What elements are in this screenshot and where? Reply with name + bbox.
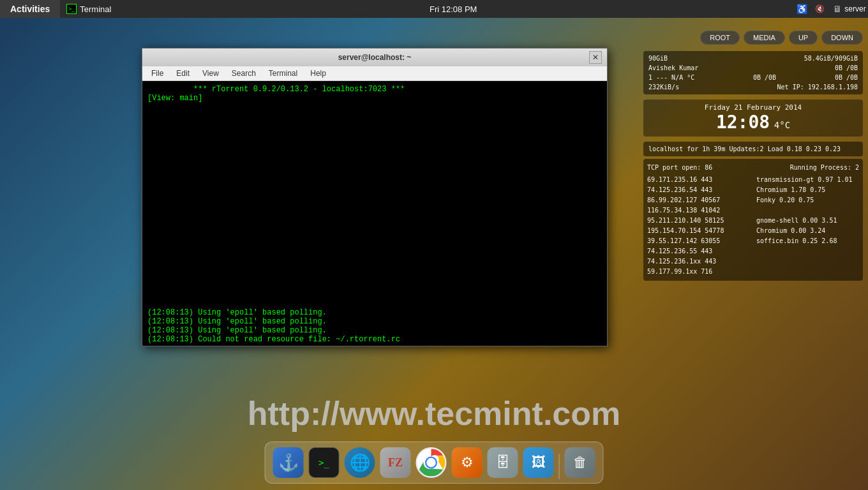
system-info-text: localhost for 1h 39m Updates:2 Load 0.18… bbox=[648, 144, 858, 154]
date-label: Friday 21 February 2014 bbox=[647, 103, 859, 112]
conn-5: 195.154.70.154 54778 bbox=[647, 226, 750, 236]
topbar: Activities >_ Terminal Fri 12:08 PM ♿ 🔇 … bbox=[0, 0, 868, 18]
globe-icon: 🌐 bbox=[345, 447, 375, 478]
terminal-titlebar: server@localhost: ~ ✕ bbox=[142, 48, 607, 66]
storage2b-label: 0B /0B bbox=[835, 63, 858, 73]
menu-help[interactable]: Help bbox=[304, 68, 333, 79]
log-line-2: (12:08:13) Using 'epoll' based polling. bbox=[147, 326, 327, 335]
dock-item-trash[interactable]: 🗑 bbox=[564, 446, 597, 479]
menu-search[interactable]: Search bbox=[225, 68, 262, 79]
menu-terminal[interactable]: Terminal bbox=[262, 68, 304, 79]
down-button[interactable]: DOWN bbox=[821, 31, 863, 45]
menu-edit[interactable]: Edit bbox=[170, 68, 196, 79]
right-panel: ROOT MEDIA UP DOWN 90GiB 58.4GiB/909GiB … bbox=[638, 26, 868, 283]
terminal-menubar: File Edit View Search Terminal Help bbox=[142, 66, 607, 81]
conn-3: 116.75.34.138 41042 bbox=[647, 205, 750, 216]
proc-4: gnome-shell 0.00 3.51 bbox=[756, 216, 859, 226]
log-line-1: (12:08:13) Using 'epoll' based polling. bbox=[147, 317, 327, 326]
storage2-label: 58.4GiB/909GiB bbox=[804, 54, 858, 63]
trash-icon: 🗑 bbox=[565, 447, 595, 478]
dock-item-anchor[interactable]: ⚓ bbox=[272, 446, 305, 479]
temp-label: 1 --- N/A °C bbox=[648, 73, 694, 82]
dock-item-globe[interactable]: 🌐 bbox=[343, 446, 377, 479]
topbar-datetime: Fri 12:08 PM bbox=[117, 4, 789, 14]
tecmint-url: http://www.tecmint.com bbox=[248, 394, 621, 433]
terminal-body[interactable]: *** rTorrent 0.9.2/0.13.2 - localhost:70… bbox=[142, 81, 607, 346]
storage-info: 90GiB 58.4GiB/909GiB Avishek Kumar 0B /0… bbox=[643, 51, 863, 94]
activities-button[interactable]: Activities bbox=[0, 0, 60, 18]
terminal-app-icon: >_ bbox=[66, 4, 77, 14]
photos-icon: 🖼 bbox=[523, 447, 554, 478]
panel-datetime: Friday 21 February 2014 12:08 4°C bbox=[643, 100, 863, 137]
root-button[interactable]: ROOT bbox=[700, 31, 740, 45]
dock-item-terminal[interactable]: >_ bbox=[308, 446, 341, 479]
panel-network: TCP port open: 86 Running Process: 2 69.… bbox=[643, 159, 863, 281]
dock: ⚓ >_ 🌐 FZ ⚙ 🗄 🖼 🗑 bbox=[265, 442, 604, 484]
chrome-icon bbox=[416, 447, 447, 478]
anchor-icon: ⚓ bbox=[273, 447, 304, 478]
media-button[interactable]: MEDIA bbox=[744, 31, 785, 45]
temp-value: 4°C bbox=[774, 120, 790, 130]
log-line-0: (12:08:13) Using 'epoll' based polling. bbox=[147, 308, 327, 317]
terminal-window: server@localhost: ~ ✕ File Edit View Sea… bbox=[142, 48, 608, 346]
proc-3 bbox=[756, 205, 859, 216]
volume-icon[interactable]: 🔇 bbox=[813, 3, 826, 15]
network-icon[interactable]: 🖥 bbox=[831, 3, 844, 15]
conn-6: 39.55.127.142 63055 bbox=[647, 236, 750, 246]
files-icon: 🗄 bbox=[488, 447, 518, 478]
system-info: localhost for 1h 39m Updates:2 Load 0.18… bbox=[643, 142, 863, 156]
panel-buttons: ROOT MEDIA UP DOWN bbox=[638, 26, 868, 50]
speed-label: 232KiB/s bbox=[648, 82, 679, 92]
terminal-close-button[interactable]: ✕ bbox=[589, 51, 602, 64]
conn-9: 59.177.99.1xx 716 bbox=[647, 267, 750, 277]
tcp-label: TCP port open: 86 bbox=[647, 163, 712, 173]
dock-item-ftp[interactable]: FZ bbox=[379, 446, 412, 479]
log-line-3: (12:08:13) Could not read resource file:… bbox=[147, 335, 400, 344]
dock-item-files[interactable]: 🗄 bbox=[486, 446, 520, 479]
proc-0: transmission-gt 0.97 1.01 bbox=[756, 175, 859, 185]
app-indicator[interactable]: >_ Terminal bbox=[60, 0, 117, 18]
menu-view[interactable]: View bbox=[196, 68, 225, 79]
net-out-label: 0B /0B bbox=[753, 73, 776, 82]
conn-2: 86.99.202.127 40567 bbox=[647, 195, 750, 205]
installer-icon: ⚙ bbox=[452, 447, 483, 478]
conn-1: 74.125.236.54 443 bbox=[647, 185, 750, 195]
terminal-header: *** rTorrent 0.9.2/0.13.2 - localhost:70… bbox=[147, 85, 405, 94]
proc-6: soffice.bin 0.25 2.68 bbox=[756, 236, 859, 246]
accessibility-icon[interactable]: ♿ bbox=[795, 3, 808, 15]
user-label: Avishek Kumar bbox=[648, 63, 698, 73]
terminal-view: [View: main] bbox=[147, 94, 202, 103]
terminal-icon: >_ bbox=[309, 447, 340, 478]
proc-1: Chromium 1.78 0.75 bbox=[756, 185, 859, 195]
conn-7: 74.125.236.55 443 bbox=[647, 246, 750, 256]
conn-4: 95.211.210.140 58125 bbox=[647, 216, 750, 226]
running-label: Running Process: 2 bbox=[790, 163, 859, 173]
ftp-icon: FZ bbox=[380, 447, 411, 478]
dock-separator bbox=[559, 454, 560, 479]
proc-5: Chromium 0.00 3.24 bbox=[756, 226, 859, 236]
dock-item-installer[interactable]: ⚙ bbox=[451, 446, 484, 479]
conn-0: 69.171.235.16 443 bbox=[647, 175, 750, 185]
dock-item-chrome[interactable] bbox=[415, 446, 448, 479]
net-ip-label: Net IP: 192.168.1.198 bbox=[777, 82, 858, 92]
terminal-title: server@localhost: ~ bbox=[147, 53, 602, 62]
conn-8: 74.125.236.1xx 443 bbox=[647, 256, 750, 267]
topbar-right: ♿ 🔇 🖥 server bbox=[789, 3, 868, 15]
terminal-log: (12:08:13) Using 'epoll' based polling. … bbox=[147, 308, 602, 344]
svg-point-2 bbox=[426, 458, 435, 467]
up-button[interactable]: UP bbox=[789, 31, 818, 45]
server-label[interactable]: server bbox=[849, 3, 862, 15]
proc-2: Fonky 0.20 0.75 bbox=[756, 195, 859, 205]
time-label: 12:08 bbox=[716, 112, 770, 133]
app-label: Terminal bbox=[80, 4, 111, 14]
menu-file[interactable]: File bbox=[145, 68, 170, 79]
processes-list: transmission-gt 0.97 1.01 Chromium 1.78 … bbox=[756, 175, 859, 277]
net-in-label: 0B /0B bbox=[835, 73, 858, 82]
connections-list: 69.171.235.16 443 74.125.236.54 443 86.9… bbox=[647, 175, 750, 277]
storage-label: 90GiB bbox=[648, 54, 668, 63]
dock-item-photos[interactable]: 🖼 bbox=[522, 446, 555, 479]
